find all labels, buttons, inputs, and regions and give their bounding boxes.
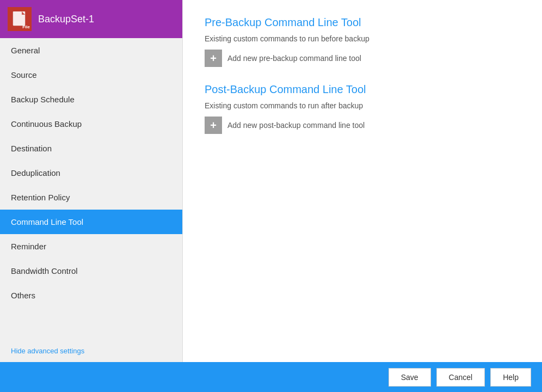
app-icon: File (8, 7, 32, 31)
main-layout: File BackupSet-1 GeneralSourceBackup Sch… (0, 0, 542, 362)
sidebar-item-general[interactable]: General (0, 38, 182, 63)
sidebar-item-backup-schedule[interactable]: Backup Schedule (0, 87, 182, 112)
post-backup-add-row: + Add new post-backup command line tool (205, 117, 520, 134)
sidebar: File BackupSet-1 GeneralSourceBackup Sch… (0, 0, 183, 362)
sidebar-item-reminder[interactable]: Reminder (0, 234, 182, 259)
pre-backup-title: Pre-Backup Command Line Tool (205, 16, 520, 29)
sidebar-item-command-line-tool[interactable]: Command Line Tool (0, 210, 182, 234)
sidebar-item-retention-policy[interactable]: Retention Policy (0, 185, 182, 210)
sidebar-item-bandwidth-control[interactable]: Bandwidth Control (0, 259, 182, 283)
sidebar-item-deduplication[interactable]: Deduplication (0, 161, 182, 185)
pre-backup-description: Existing custom commands to run before b… (205, 34, 520, 43)
pre-backup-section: Pre-Backup Command Line Tool Existing cu… (205, 16, 520, 67)
sidebar-footer: Hide advanced settings (0, 339, 182, 362)
add-post-backup-label[interactable]: Add new post-backup command line tool (227, 121, 365, 130)
app-title: BackupSet-1 (38, 14, 94, 25)
post-backup-title: Post-Backup Command Line Tool (205, 83, 520, 96)
help-button[interactable]: Help (490, 368, 531, 387)
sidebar-item-continuous-backup[interactable]: Continuous Backup (0, 112, 182, 136)
pre-backup-add-row: + Add new pre-backup command line tool (205, 50, 520, 67)
hide-advanced-settings-link[interactable]: Hide advanced settings (11, 347, 84, 355)
post-backup-section: Post-Backup Command Line Tool Existing c… (205, 83, 520, 134)
sidebar-header: File BackupSet-1 (0, 0, 182, 38)
sidebar-item-others[interactable]: Others (0, 283, 182, 308)
cancel-button[interactable]: Cancel (436, 368, 485, 387)
content-area: Pre-Backup Command Line Tool Existing cu… (183, 0, 542, 362)
add-pre-backup-label[interactable]: Add new pre-backup command line tool (227, 54, 361, 63)
sidebar-item-source[interactable]: Source (0, 63, 182, 87)
add-pre-backup-button[interactable]: + (205, 50, 222, 67)
save-button[interactable]: Save (389, 368, 431, 387)
sidebar-nav: GeneralSourceBackup ScheduleContinuous B… (0, 38, 182, 339)
post-backup-description: Existing custom commands to run after ba… (205, 101, 520, 110)
add-post-backup-button[interactable]: + (205, 117, 222, 134)
footer: Save Cancel Help (0, 362, 542, 392)
sidebar-item-destination[interactable]: Destination (0, 136, 182, 161)
